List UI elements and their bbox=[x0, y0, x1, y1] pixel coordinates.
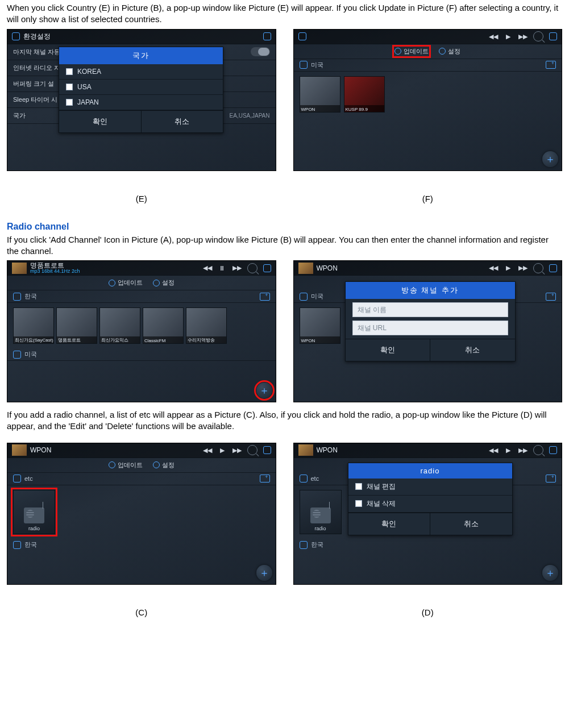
checkbox-icon[interactable] bbox=[66, 99, 73, 106]
intro-paragraph-2: If you click 'Add Channel' Icon in Pictu… bbox=[7, 234, 562, 257]
hex-icon bbox=[300, 541, 308, 549]
channel-name-input[interactable]: 채널 이름 bbox=[352, 302, 508, 317]
add-button[interactable]: ＋ bbox=[256, 565, 272, 581]
search-icon[interactable] bbox=[533, 263, 543, 273]
add-channel-icon[interactable] bbox=[260, 293, 270, 301]
country-label: 미국 bbox=[24, 350, 37, 359]
hex-icon bbox=[298, 32, 306, 40]
station-thumb[interactable]: 최신가요(SayCast) bbox=[13, 307, 54, 344]
cancel-button[interactable]: 취소 bbox=[141, 110, 223, 132]
prev-icon[interactable]: ◀◀ bbox=[489, 446, 498, 455]
update-button[interactable]: 업데이트 bbox=[109, 461, 143, 469]
search-icon[interactable] bbox=[533, 445, 543, 455]
update-button[interactable]: 업데이트 bbox=[109, 278, 143, 287]
add-button[interactable]: ＋ bbox=[542, 151, 558, 167]
category-label: etc bbox=[311, 475, 319, 482]
cancel-button[interactable]: 취소 bbox=[430, 513, 512, 535]
settings-button[interactable]: 설정 bbox=[153, 461, 175, 469]
checkbox-icon[interactable] bbox=[355, 500, 362, 507]
search-icon[interactable] bbox=[247, 445, 257, 455]
settings-button[interactable]: 설정 bbox=[439, 47, 460, 56]
confirm-button[interactable]: 확인 bbox=[59, 110, 141, 132]
settings-button[interactable]: 설정 bbox=[153, 278, 175, 287]
next-icon[interactable]: ▶▶ bbox=[518, 32, 528, 41]
confirm-button[interactable]: 확인 bbox=[346, 339, 430, 361]
play-icon[interactable]: ▶ bbox=[504, 446, 513, 455]
country-label: 한국 bbox=[24, 292, 37, 301]
hex-icon bbox=[263, 32, 271, 40]
update-button[interactable]: 업데이트 bbox=[394, 47, 429, 56]
screenshot-a: 명품트로트 mp3 16bit 44.1Hz 2ch ◀◀ II ▶▶ 업데이트… bbox=[7, 260, 276, 402]
next-icon[interactable]: ▶▶ bbox=[232, 264, 242, 273]
radio-icon bbox=[24, 507, 44, 523]
play-icon[interactable]: ▶ bbox=[504, 264, 513, 273]
edit-channel-option[interactable]: 채널 편집 bbox=[348, 479, 512, 496]
station-thumb[interactable]: WPON bbox=[300, 307, 340, 344]
hex-icon bbox=[12, 32, 20, 40]
hex-icon bbox=[300, 293, 308, 301]
add-channel-icon[interactable] bbox=[260, 475, 270, 482]
hex-icon bbox=[549, 446, 557, 454]
hex-icon bbox=[300, 475, 308, 482]
refresh-icon bbox=[394, 48, 401, 55]
hex-icon bbox=[13, 351, 21, 359]
next-icon[interactable]: ▶▶ bbox=[232, 446, 242, 455]
category-label: etc bbox=[24, 475, 33, 482]
confirm-button[interactable]: 확인 bbox=[348, 513, 430, 535]
checkbox-icon[interactable] bbox=[66, 68, 73, 75]
station-thumb[interactable]: KUSP 89.9 bbox=[344, 76, 385, 113]
checkbox-icon[interactable] bbox=[66, 84, 73, 90]
radio-tile[interactable]: radio bbox=[300, 490, 342, 534]
play-icon[interactable]: ▶ bbox=[218, 446, 227, 455]
now-playing-sub: mp3 16bit 44.1Hz 2ch bbox=[30, 269, 80, 274]
intro-paragraph-3: If you add a radio channel, a list of et… bbox=[7, 409, 562, 432]
screenshot-e: 환경설정 마지막 채널 자동OFF 인터넷 라디오 자 버퍼링 크기 설 Sle… bbox=[7, 29, 276, 171]
add-channel-icon[interactable] bbox=[546, 293, 556, 301]
next-icon[interactable]: ▶▶ bbox=[518, 446, 528, 455]
hex-icon bbox=[263, 446, 271, 454]
prev-icon[interactable]: ◀◀ bbox=[203, 446, 212, 455]
play-icon[interactable]: ▶ bbox=[504, 32, 513, 41]
add-channel-icon[interactable] bbox=[546, 61, 556, 69]
hex-icon bbox=[300, 61, 308, 69]
add-channel-popup: 방송 채널 추가 채널 이름 채널 URL 확인 취소 bbox=[345, 281, 516, 361]
station-thumb[interactable]: WPON bbox=[300, 76, 340, 113]
popup-title: radio bbox=[348, 463, 512, 479]
search-icon[interactable] bbox=[533, 31, 543, 41]
radio-icon bbox=[310, 507, 331, 523]
station-thumb[interactable]: 최신가요믹스 bbox=[99, 307, 140, 344]
country-label: 한국 bbox=[311, 540, 323, 549]
search-icon[interactable] bbox=[247, 263, 257, 273]
add-button[interactable]: ＋ bbox=[542, 565, 558, 581]
country-option-usa[interactable]: USA bbox=[59, 80, 223, 95]
refresh-icon bbox=[109, 461, 115, 468]
prev-icon[interactable]: ◀◀ bbox=[203, 264, 212, 273]
row-label: 국가 bbox=[13, 111, 26, 120]
add-channel-icon[interactable] bbox=[546, 475, 556, 482]
radio-tile[interactable]: radio bbox=[13, 490, 55, 534]
next-icon[interactable]: ▶▶ bbox=[518, 264, 528, 273]
prev-icon[interactable]: ◀◀ bbox=[489, 264, 498, 273]
figure-label-d: (D) bbox=[293, 608, 563, 617]
hex-icon bbox=[13, 541, 21, 549]
station-thumb[interactable]: ClassicFM bbox=[143, 307, 184, 344]
intro-paragraph-1: When you click Country (E) in Picture (B… bbox=[7, 2, 562, 26]
delete-channel-option[interactable]: 채널 삭제 bbox=[348, 496, 512, 513]
popup-title: 방송 채널 추가 bbox=[346, 282, 515, 299]
hex-icon bbox=[13, 293, 21, 301]
station-thumb[interactable]: 수리지역방송 bbox=[186, 307, 227, 344]
figure-row-ef: 환경설정 마지막 채널 자동OFF 인터넷 라디오 자 버퍼링 크기 설 Sle… bbox=[7, 29, 562, 209]
now-playing-title: WPON bbox=[30, 446, 200, 454]
country-option-japan[interactable]: JAPAN bbox=[59, 95, 223, 110]
checkbox-icon[interactable] bbox=[355, 483, 362, 490]
pause-icon[interactable]: II bbox=[218, 264, 227, 273]
screenshot-b: WPON ◀◀ ▶ ▶▶ 미국 WPON bbox=[293, 260, 563, 402]
toggle-off[interactable]: OFF bbox=[251, 47, 270, 56]
cancel-button[interactable]: 취소 bbox=[430, 339, 515, 361]
prev-icon[interactable]: ◀◀ bbox=[489, 32, 498, 41]
country-option-korea[interactable]: KOREA bbox=[59, 64, 223, 80]
channel-url-input[interactable]: 채널 URL bbox=[352, 321, 508, 335]
screenshot-c: WPON ◀◀ ▶ ▶▶ 업데이트 설정 etc bbox=[7, 443, 276, 585]
station-thumb[interactable]: 명품트로트 bbox=[56, 307, 97, 344]
add-button[interactable]: ＋ bbox=[256, 382, 272, 398]
